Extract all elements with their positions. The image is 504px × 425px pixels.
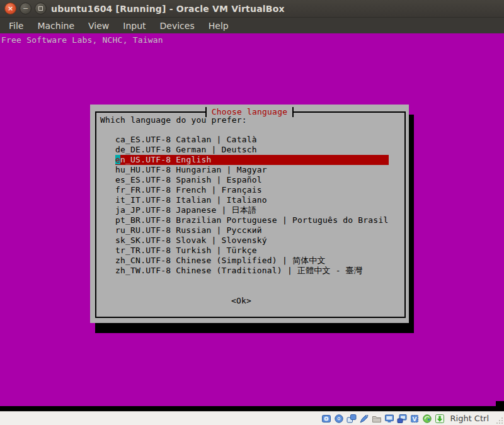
keyboard-capture-icon[interactable]: [435, 414, 445, 424]
language-option[interactable]: de_DE.UTF-8 German | Deutsch: [90, 145, 404, 155]
close-icon[interactable]: ×: [4, 3, 16, 14]
statusbar: V Right Ctrl: [0, 411, 504, 425]
terminal-screen: Free Software Labs, NCHC, Taiwan Choose …: [0, 33, 504, 406]
svg-text:V: V: [412, 416, 416, 422]
dialog-prompt: Which language do you prefer:: [100, 115, 247, 125]
harddisk-icon[interactable]: [321, 414, 331, 424]
maximize-icon[interactable]: [35, 3, 47, 14]
screen-edge-notch: [496, 401, 504, 406]
virtualization-features-icon[interactable]: V: [410, 414, 420, 424]
menu-item-view[interactable]: View: [88, 21, 109, 31]
window-titlebar[interactable]: × − ubuntu1604 [Running] - Oracle VM Vir…: [0, 0, 504, 18]
usb-icon[interactable]: [359, 414, 369, 424]
network-icon[interactable]: [346, 414, 357, 424]
menu-item-help[interactable]: Help: [209, 21, 229, 31]
language-option[interactable]: sk_SK.UTF-8 Slovak | Slovenský: [90, 235, 404, 246]
resize-grip-icon[interactable]: [496, 417, 503, 424]
language-option[interactable]: pt_BR.UTF-8 Brazilian Portuguese | Portu…: [90, 215, 404, 225]
language-option[interactable]: ja_JP.UTF-8 Japanese | 日本語: [90, 205, 404, 215]
language-option[interactable]: ru_RU.UTF-8 Russian | Русский: [90, 225, 404, 235]
terminal-cursor: e: [115, 155, 120, 164]
window-title: ubuntu1604 [Running] - Oracle VM Virtual…: [51, 4, 285, 14]
vm-display[interactable]: Free Software Labs, NCHC, Taiwan Choose …: [0, 33, 504, 411]
menubar: FileMachineViewInputDevicesHelp: [0, 18, 504, 33]
mouse-integration-icon[interactable]: [422, 414, 432, 424]
language-option[interactable]: zh_CN.UTF-8 Chinese (Simplified) | 简体中文: [90, 256, 404, 266]
language-option[interactable]: hu_HU.UTF-8 Hungarian | Magyar: [90, 165, 404, 175]
host-key-label: Right Ctrl: [450, 414, 490, 423]
shared-folders-icon[interactable]: [372, 414, 382, 424]
language-option[interactable]: it_IT.UTF-8 Italian | Italiano: [90, 195, 404, 205]
choose-language-dialog: Choose language Which language do you pr…: [90, 105, 409, 323]
optical-disk-icon[interactable]: [334, 414, 344, 424]
ok-button[interactable]: <Ok>: [224, 296, 259, 306]
menu-item-file[interactable]: File: [9, 21, 23, 31]
video-capture-icon[interactable]: [397, 414, 407, 424]
menu-item-devices[interactable]: Devices: [160, 21, 195, 31]
language-option[interactable]: tr_TR.UTF-8 Turkish | Türkçe: [90, 246, 404, 256]
display-icon[interactable]: [384, 414, 394, 424]
language-option[interactable]: es_ES.UTF-8 Spanish | Español: [90, 175, 404, 185]
language-option[interactable]: en_US.UTF-8 English: [115, 155, 389, 165]
language-option[interactable]: ca_ES.UTF-8 Catalan | Català: [90, 135, 404, 145]
minimize-icon[interactable]: −: [20, 3, 32, 14]
menu-item-machine[interactable]: Machine: [37, 21, 74, 31]
window-controls: × −: [4, 3, 47, 14]
menu-item-input[interactable]: Input: [123, 21, 146, 31]
language-option[interactable]: fr_FR.UTF-8 French | Français: [90, 185, 404, 195]
installer-banner: Free Software Labs, NCHC, Taiwan: [1, 35, 163, 45]
language-option[interactable]: zh_TW.UTF-8 Chinese (Traditional) | 正體中文…: [90, 266, 404, 276]
language-list: ca_ES.UTF-8 Catalan | Catalàde_DE.UTF-8 …: [90, 135, 404, 276]
